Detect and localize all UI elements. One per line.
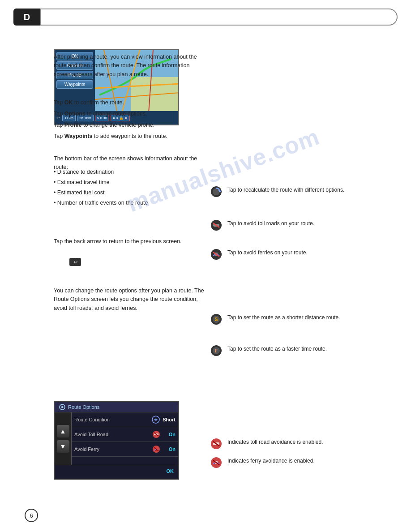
body-text-section3: Tap the back arrow to return to the prev…: [54, 237, 206, 246]
avoid-toll-value: On: [163, 432, 176, 437]
body-text-profile: Tap Profile to change the vehicle profil…: [54, 121, 197, 129]
back-arrow-icon: ↩: [69, 258, 81, 266]
body-text-ok: Tap OK to confirm the route.: [54, 99, 197, 107]
body-text-section1: After planning a route, you can view inf…: [54, 53, 197, 79]
icon-text-7: Indicates ferry avoidance is enabled.: [227, 457, 315, 465]
route-nav-col: ▲ ▼: [55, 412, 72, 465]
route-condition-icon: [151, 415, 161, 425]
icon-text-1: Tap to recalculate the route with differ…: [227, 186, 344, 194]
body-text-options: Tap Options to change route options.: [54, 110, 197, 118]
icon-row-3: Tap to avoid ferries on your route.: [210, 249, 398, 260]
chapter-tab: D: [13, 9, 40, 26]
icon-row-6: Indicates toll road avoidance is enabled…: [210, 438, 398, 450]
icon-row-2: Tap to avoid toll roads on your route.: [210, 219, 398, 231]
avoid-toll-row: Avoid Toll Road On: [72, 427, 178, 442]
route-ok-btn[interactable]: OK: [167, 468, 174, 474]
avoid-toll-icon: [151, 429, 161, 439]
svg-text:S: S: [215, 317, 218, 322]
header-bar: D: [13, 8, 398, 26]
faster-route-icon: F: [210, 345, 222, 356]
body-text-bullet1: • Distance to destination: [54, 168, 206, 176]
avoid-toll-label: Avoid Toll Road: [74, 432, 151, 437]
route-options-screen: Route Options ▲ ▼ Route Condition Short …: [54, 401, 179, 480]
route-recalc-icon: [210, 186, 222, 197]
icon-text-2: Tap to avoid toll roads on your route.: [227, 219, 314, 227]
route-nav-up-btn[interactable]: ▲: [57, 425, 69, 438]
route-condition-label: Route Condition: [74, 417, 151, 422]
icon-text-4: Tap to set the route as a shorter distan…: [227, 313, 340, 322]
ferry-on-icon: [210, 457, 222, 468]
ferry-avoid-icon: [210, 249, 222, 260]
route-options-header-icon: [59, 404, 65, 410]
avoid-ferry-row: Avoid Ferry On: [72, 442, 178, 457]
body-text-bullet2: • Estimated travel time: [54, 178, 206, 187]
route-condition-row: Route Condition Short: [72, 412, 178, 427]
toll-road-avoid-icon: [210, 219, 222, 231]
body-text-waypoints: Tap Waypoints to add waypoints to the ro…: [54, 132, 197, 141]
svg-text:F: F: [215, 348, 218, 353]
icon-row-5: F Tap to set the route as a faster time …: [210, 345, 398, 356]
body-text-bullet3: • Estimated fuel cost: [54, 189, 206, 197]
route-options-header: Route Options: [55, 402, 178, 412]
avoid-ferry-icon: [151, 444, 161, 454]
icon-text-5: Tap to set the route as a faster time ro…: [227, 345, 327, 353]
header-search-input[interactable]: [40, 9, 398, 26]
body-text-section4: You can change the route options after y…: [54, 287, 206, 313]
route-options-title: Route Options: [68, 404, 99, 410]
avoid-ferry-value: On: [163, 446, 176, 452]
icon-row-1: Tap to recalculate the route with differ…: [210, 186, 398, 197]
route-rows: Route Condition Short Avoid Toll Road: [72, 412, 178, 465]
nav-waypoints-btn[interactable]: Waypoints: [56, 80, 93, 89]
route-condition-value: Short: [163, 417, 176, 422]
toll-on-icon: [210, 438, 222, 450]
avoid-ferry-label: Avoid Ferry: [74, 446, 151, 452]
route-nav-down-btn[interactable]: ▼: [57, 440, 69, 453]
page-number: 6: [25, 509, 38, 522]
icon-row-7: Indicates ferry avoidance is enabled.: [210, 457, 398, 468]
shorter-route-icon: S: [210, 313, 222, 325]
body-text-bullet4: • Number of traffic events on the route: [54, 199, 206, 207]
route-options-footer: OK: [55, 465, 178, 476]
icon-text-6: Indicates toll road avoidance is enabled…: [227, 438, 323, 446]
icon-text-3: Tap to avoid ferries on your route.: [227, 249, 308, 257]
route-options-body: ▲ ▼ Route Condition Short Avoid Toll Roa…: [55, 412, 178, 465]
chapter-tab-label: D: [24, 12, 30, 22]
icon-row-4: S Tap to set the route as a shorter dist…: [210, 313, 398, 325]
